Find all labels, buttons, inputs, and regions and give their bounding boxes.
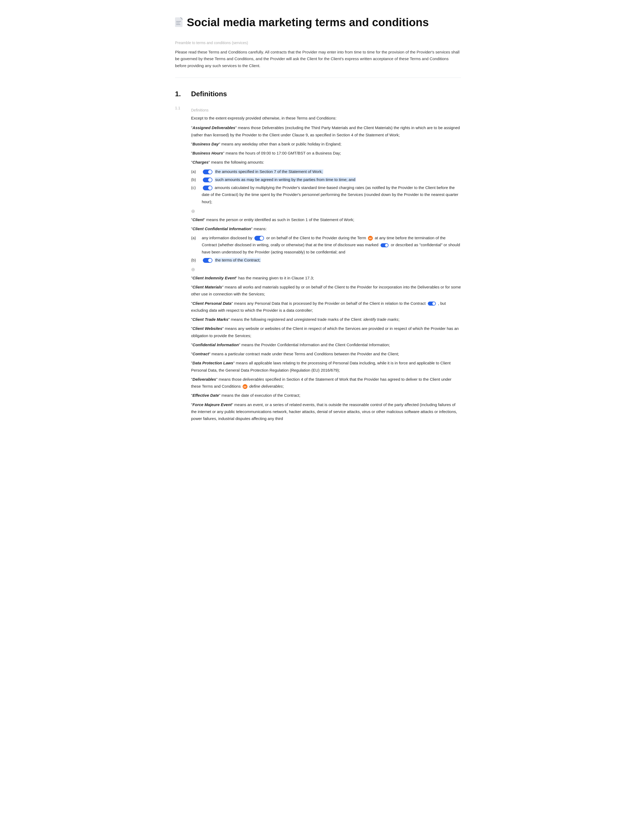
toggle-cpd[interactable] <box>428 302 436 306</box>
toggle-charges-b[interactable] <box>203 177 213 182</box>
or-badge-1: or <box>368 236 373 241</box>
move-icon-1[interactable]: ⊕ <box>191 207 195 215</box>
subsection-1-1-num: 1.1 <box>175 104 191 425</box>
svg-rect-0 <box>175 17 183 27</box>
move-icon-2[interactable]: ⊕ <box>191 266 195 273</box>
def-charges: "Charges" means the following amounts: <box>191 159 461 166</box>
def-contract: "Contract" means a particular contract m… <box>191 351 461 357</box>
subsection-1-1-label: Definitions <box>191 107 461 113</box>
def-client-trade-marks: "Client Trade Marks" means the following… <box>191 316 461 323</box>
def-effective-date: "Effective Date" means the date of execu… <box>191 392 461 399</box>
def-client-confidential-info: "Client Confidential Information" means: <box>191 225 461 232</box>
def-data-protection-laws: "Data Protection Laws" means all applica… <box>191 360 461 374</box>
def-confidential-information: "Confidential Information" means the Pro… <box>191 341 461 348</box>
toggle-ci-a1[interactable] <box>254 236 264 241</box>
def-deliverables: "Deliverables" means those deliverables … <box>191 376 461 390</box>
page-title: Social media marketing terms and conditi… <box>175 13 461 31</box>
def-client-personal-data: "Client Personal Data" means any Persona… <box>191 300 461 314</box>
or-badge-2: or <box>242 384 247 389</box>
def-business-hours: "Business Hours" means the hours of 09:0… <box>191 150 461 157</box>
client-confidential-list-a: (a) any information disclosed by or on b… <box>191 234 461 256</box>
toggle-charges-c[interactable] <box>203 186 213 190</box>
section-1-heading: 1. Definitions <box>175 88 461 100</box>
def-assigned-deliverables: "Assigned Deliverables" means those Deli… <box>191 124 461 139</box>
section-1-num: 1. <box>175 88 186 100</box>
charges-list-b: (b) such amounts as may be agreed in wri… <box>191 176 461 183</box>
svg-rect-3 <box>176 24 180 25</box>
preamble-label: Preamble to terms and conditions (servic… <box>175 40 461 46</box>
def-client-indemnity: "Client Indemnity Event" has the meaning… <box>191 275 461 281</box>
charges-list-c: (c) amounts calculated by multiplying th… <box>191 184 461 205</box>
svg-rect-1 <box>176 21 181 22</box>
definitions-opening: Except to the extent expressly provided … <box>191 115 461 122</box>
subsection-1-1: 1.1 Definitions Except to the extent exp… <box>175 104 461 425</box>
intro-text: Please read these Terms and Conditions c… <box>175 49 461 69</box>
client-confidential-list-b: (b) the terms of the Contract; <box>191 257 461 264</box>
svg-rect-2 <box>176 23 180 23</box>
toggle-ci-b[interactable] <box>203 258 213 263</box>
def-client: "Client" means the person or entity iden… <box>191 216 461 223</box>
charges-list-a: (a) the amounts specified in Section 7 o… <box>191 168 461 175</box>
def-client-websites: "Client Websites" means any website or w… <box>191 325 461 339</box>
def-client-materials: "Client Materials" means all works and m… <box>191 284 461 298</box>
def-business-day: "Business Day" means any weekday other t… <box>191 141 461 148</box>
document-icon <box>175 17 184 28</box>
def-force-majeure: "Force Majeure Event" means an event, or… <box>191 401 461 422</box>
toggle-ci-a2[interactable] <box>381 243 389 247</box>
toggle-charges-a[interactable] <box>203 169 213 174</box>
